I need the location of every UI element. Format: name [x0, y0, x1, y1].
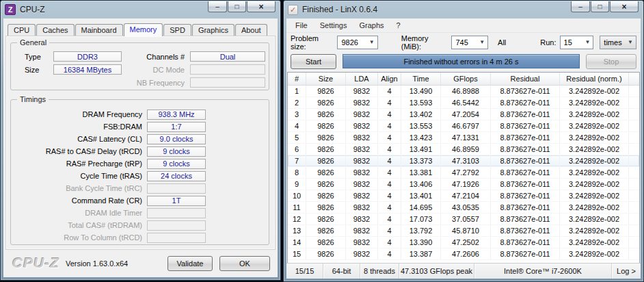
problem-size-combobox[interactable]: 9826 ▼ — [337, 36, 377, 49]
table-cell: 13.373 — [401, 155, 441, 166]
table-cell: 9832 — [346, 202, 378, 213]
table-cell: 13.406 — [401, 179, 441, 190]
column-header-gflops[interactable]: GFlops — [441, 73, 491, 85]
field-row-type: TypeDDR3 — [11, 50, 122, 63]
ok-button[interactable]: OK — [219, 256, 270, 271]
memory-combobox[interactable]: 745 ▼ — [451, 36, 488, 49]
table-cell: 7 — [288, 155, 306, 166]
menu-file[interactable]: File — [289, 19, 314, 31]
table-cell: 1 — [288, 86, 306, 97]
table-cell: 4 — [378, 120, 401, 131]
menu-graphs[interactable]: Graphs — [353, 19, 390, 31]
minimize-button[interactable]: – — [571, 1, 590, 12]
tab-about[interactable]: About — [235, 24, 267, 36]
table-cell: 3.242892e-002 — [560, 97, 629, 108]
column-header-size[interactable]: Size — [306, 73, 346, 85]
tab-spd[interactable]: SPD — [163, 24, 191, 36]
table-cell: 3.242892e-002 — [560, 86, 629, 97]
table-cell: 4 — [378, 248, 401, 259]
table-cell: 9832 — [346, 132, 378, 143]
validate-button[interactable]: Validate — [167, 256, 213, 271]
menu-settings[interactable]: Settings — [314, 19, 353, 31]
table-row-1[interactable]: 198269832413.49046.89888.873627e-0113.24… — [288, 86, 639, 97]
table-cell: 46.6797 — [441, 120, 491, 131]
table-row-10[interactable]: 1098269832413.40147.21048.873627e-0113.2… — [288, 190, 639, 202]
field-value-total-cas-trdram — [147, 220, 206, 231]
table-row-15[interactable]: 1598269832413.38747.26068.873627e-0113.2… — [288, 248, 639, 260]
field-value-dc-mode — [190, 64, 265, 75]
field-label: NB Frequency — [122, 79, 185, 87]
field-row-fsb-dram: FSB:DRAM1:7 — [11, 120, 269, 133]
table-row-2[interactable]: 298269832413.59346.54428.873627e-0113.24… — [288, 97, 639, 109]
field-row-cycle-time-tras: Cycle Time (tRAS)24 clocks — [11, 170, 269, 182]
table-row-9[interactable]: 998269832413.40647.19268.873627e-0113.24… — [288, 179, 639, 190]
field-row-ras-to-cas-delay-trcd: RAS# to CAS# Delay (tRCD)9 clocks — [11, 145, 269, 157]
table-row-4[interactable]: 498269832413.55346.67978.873627e-0113.24… — [288, 120, 639, 132]
status-log-link[interactable]: Log > — [612, 264, 641, 279]
field-value-type: DDR3 — [53, 51, 122, 62]
table-cell: 47.2606 — [441, 248, 491, 259]
chevron-down-icon: ▼ — [369, 39, 375, 45]
table-cell: 13.491 — [401, 144, 441, 155]
table-cell: 8.873627e-011 — [491, 97, 560, 108]
tab-cpu[interactable]: CPU — [8, 24, 36, 36]
run-unit-combobox[interactable]: times ▼ — [600, 36, 636, 49]
tab-graphics[interactable]: Graphics — [192, 24, 234, 36]
table-cell: 12 — [288, 214, 306, 225]
table-cell: 8.873627e-011 — [491, 237, 560, 248]
linx-window: ✓ Finished - LinX 0.6.4 – □ × FileSettin… — [283, 0, 644, 282]
column-header-lda[interactable]: LDA — [346, 73, 378, 85]
table-cell: 4 — [288, 120, 306, 131]
table-row-3[interactable]: 398269832413.40247.20548.873627e-0113.24… — [288, 109, 639, 120]
table-row-14[interactable]: 1498269832413.39047.25028.873627e-0113.2… — [288, 237, 639, 248]
tab-caches[interactable]: Caches — [36, 24, 74, 36]
table-cell: 8.873627e-011 — [491, 109, 560, 120]
table-cell: 3.242892e-002 — [560, 237, 629, 248]
table-cell: 5 — [288, 132, 306, 143]
table-cell: 13.593 — [401, 97, 441, 108]
linx-titlebar[interactable]: ✓ Finished - LinX 0.6.4 – □ × — [284, 1, 643, 18]
tab-memory[interactable]: Memory — [124, 23, 163, 36]
close-button[interactable]: × — [610, 1, 639, 12]
close-button[interactable]: × — [247, 1, 276, 12]
timings-groupbox: Timings DRAM Frequency938.3 MHzFSB:DRAM1… — [10, 99, 269, 245]
table-row-7[interactable]: 798269832413.37347.31038.873627e-0113.24… — [288, 155, 639, 167]
table-row-5[interactable]: 598269832413.42347.13318.873627e-0113.24… — [288, 132, 639, 144]
timings-groupbox-title: Timings — [17, 95, 49, 103]
table-cell: 8.873627e-011 — [491, 144, 560, 155]
run-combobox[interactable]: 15 ▼ — [560, 36, 594, 49]
table-cell: 13.390 — [401, 237, 441, 248]
cpuz-titlebar[interactable]: Z CPU-Z – □ × — [1, 1, 280, 18]
table-row-11[interactable]: 1198269832414.69543.05358.873627e-0113.2… — [288, 202, 639, 214]
maximize-button[interactable]: □ — [591, 1, 609, 12]
table-row-6[interactable]: 698269832413.49146.89598.873627e-0113.24… — [288, 144, 639, 155]
table-row-13[interactable]: 1398269832413.79245.87108.873627e-0113.2… — [288, 225, 639, 237]
tab-mainboard[interactable]: Mainboard — [75, 24, 123, 36]
status-segment-64-bit: 64-bit — [323, 264, 360, 279]
table-cell: 9826 — [306, 214, 346, 225]
start-button[interactable]: Start — [291, 54, 336, 69]
table-cell: 8.873627e-011 — [491, 167, 560, 178]
run-label: Run: — [540, 38, 556, 47]
status-segment-8-threads: 8 threads — [360, 264, 399, 279]
table-row-12[interactable]: 1298269832417.07337.05578.873627e-0113.2… — [288, 214, 639, 225]
table-cell: 8.873627e-011 — [491, 86, 560, 97]
table-cell: 47.2502 — [441, 237, 491, 248]
column-header-residual-norm[interactable]: Residual (norm.) — [560, 73, 629, 85]
column-header-residual[interactable]: Residual — [491, 73, 560, 85]
table-cell: 46.8959 — [441, 144, 491, 155]
chevron-down-icon: ▼ — [628, 39, 633, 45]
minimize-button[interactable]: – — [208, 1, 227, 12]
table-cell: 3.242892e-002 — [560, 179, 629, 190]
table-cell: 47.2104 — [441, 190, 491, 201]
field-row-row-to-column-trcd: Row To Column (tRCD) — [11, 231, 269, 244]
maximize-button[interactable]: □ — [228, 1, 246, 12]
cpuz-memory-tab-pane: General TypeDDR3Size16384 MBytes Channel… — [5, 36, 276, 250]
menu-item[interactable]: ? — [390, 19, 407, 31]
column-header-item[interactable]: # — [288, 73, 306, 85]
column-header-align[interactable]: Align — [378, 73, 401, 85]
table-cell: 4 — [378, 144, 401, 155]
table-row-8[interactable]: 898269832413.38147.27928.873627e-0113.24… — [288, 167, 639, 179]
table-cell: 3.242892e-002 — [560, 132, 629, 143]
column-header-time[interactable]: Time — [401, 73, 441, 85]
